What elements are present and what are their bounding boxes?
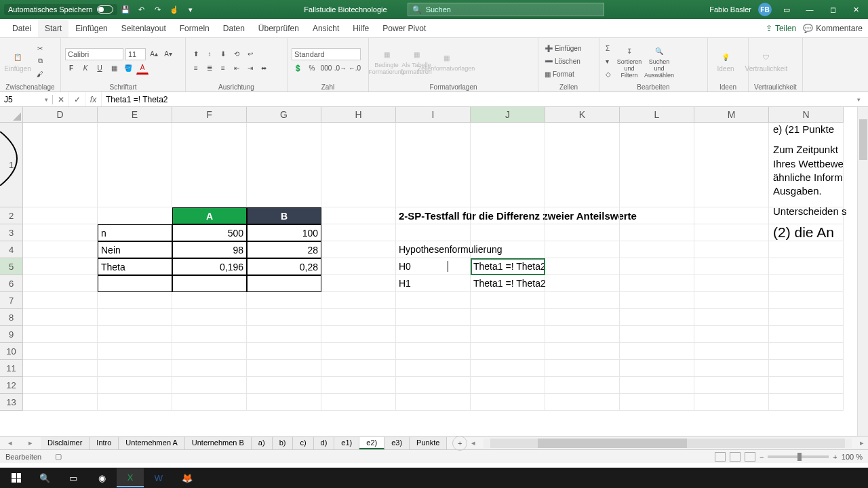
- cell[interactable]: [98, 123, 172, 207]
- function-icon[interactable]: fx: [85, 92, 102, 106]
- cell[interactable]: [620, 275, 694, 292]
- fill-button[interactable]: ▾: [604, 55, 613, 67]
- zoom-in-icon[interactable]: +: [833, 453, 837, 461]
- cell[interactable]: [620, 377, 694, 394]
- tab-ueberpruefen[interactable]: Überprüfen: [252, 20, 306, 37]
- cell[interactable]: [620, 309, 694, 326]
- column-header-G[interactable]: G: [247, 107, 321, 123]
- scrollbar-thumb[interactable]: [859, 119, 867, 160]
- sheet-tab[interactable]: Disclaimer: [41, 437, 90, 449]
- cell[interactable]: [247, 326, 321, 343]
- cell[interactable]: 2-SP-Testfall für die Differenz zweier A…: [396, 207, 471, 224]
- cell[interactable]: [321, 123, 396, 207]
- decrease-decimal-icon[interactable]: ←.0: [349, 62, 361, 75]
- normal-view-icon[interactable]: [715, 452, 726, 462]
- tab-daten[interactable]: Daten: [216, 20, 252, 37]
- cell[interactable]: [247, 377, 321, 394]
- page-break-view-icon[interactable]: [745, 452, 755, 462]
- decrease-font-icon[interactable]: A▾: [162, 48, 174, 60]
- cell-styles-button[interactable]: ▦Zellenformatvorlagen: [433, 42, 460, 80]
- cell[interactable]: [172, 343, 247, 360]
- cell[interactable]: [620, 207, 694, 224]
- cell[interactable]: [172, 360, 247, 377]
- cells-delete-button[interactable]: ➖Löschen: [542, 55, 583, 67]
- cell[interactable]: [321, 224, 396, 241]
- indent-increase-icon[interactable]: ⇥: [244, 62, 256, 75]
- cell[interactable]: [471, 123, 545, 207]
- hscroll-left-icon[interactable]: ◂: [471, 439, 475, 447]
- align-top-icon[interactable]: ⬆: [190, 48, 202, 60]
- column-header-H[interactable]: H: [321, 107, 396, 123]
- cell[interactable]: [471, 309, 545, 326]
- row-header-6[interactable]: 6: [0, 275, 23, 292]
- row-header-8[interactable]: 8: [0, 309, 23, 326]
- cell[interactable]: [396, 292, 471, 309]
- cell[interactable]: [247, 309, 321, 326]
- tab-formeln[interactable]: Formeln: [173, 20, 216, 37]
- percent-icon[interactable]: %: [306, 62, 318, 75]
- cell[interactable]: [545, 292, 620, 309]
- cell[interactable]: [471, 241, 545, 258]
- cell[interactable]: [172, 326, 247, 343]
- horizontal-scrollbar[interactable]: [484, 439, 852, 448]
- cell[interactable]: [620, 241, 694, 258]
- sheet-tab[interactable]: Punkte: [410, 437, 447, 449]
- tab-einfuegen[interactable]: Einfügen: [68, 20, 114, 37]
- sheet-tab[interactable]: a): [252, 437, 273, 449]
- scrollbar-thumb[interactable]: [538, 439, 687, 448]
- sheet-tab[interactable]: Intro: [90, 437, 119, 449]
- column-header-N[interactable]: N: [769, 107, 844, 123]
- cell[interactable]: [98, 207, 172, 224]
- cell[interactable]: [769, 377, 844, 394]
- sheet-tab[interactable]: Unternehmen B: [185, 437, 252, 449]
- cell[interactable]: [620, 326, 694, 343]
- cell[interactable]: 0,196: [172, 258, 247, 275]
- cell[interactable]: [545, 275, 620, 292]
- cell[interactable]: [396, 123, 471, 207]
- cell[interactable]: [471, 326, 545, 343]
- cell[interactable]: [98, 343, 172, 360]
- column-header-K[interactable]: K: [545, 107, 620, 123]
- cell[interactable]: [545, 394, 620, 411]
- cell[interactable]: [545, 326, 620, 343]
- sheet-tab[interactable]: Unternehmen A: [119, 437, 184, 449]
- cell[interactable]: [172, 309, 247, 326]
- cell[interactable]: [23, 241, 98, 258]
- cell[interactable]: [23, 343, 98, 360]
- cell[interactable]: [545, 258, 620, 275]
- sort-filter-button[interactable]: ↧Sortieren und Filtern: [616, 42, 643, 80]
- row-header-9[interactable]: 9: [0, 326, 23, 343]
- cell[interactable]: [694, 394, 769, 411]
- zoom-slider[interactable]: [768, 455, 829, 458]
- cell[interactable]: [545, 224, 620, 241]
- spreadsheet-grid[interactable]: DEFGHIJKLMN 12345678910111213 AB2-SP-Tes…: [0, 107, 868, 436]
- wrap-text-icon[interactable]: ↩: [244, 48, 256, 60]
- sheet-tab[interactable]: d): [314, 437, 335, 449]
- format-painter-icon[interactable]: 🖌: [34, 68, 46, 80]
- conditional-format-button[interactable]: ▦Bedingte Formatierung: [373, 42, 400, 80]
- close-icon[interactable]: ✕: [850, 4, 861, 15]
- cell[interactable]: 500: [172, 224, 247, 241]
- hscroll-right-icon[interactable]: ▸: [860, 439, 864, 447]
- find-select-button[interactable]: 🔍Suchen und Auswählen: [646, 42, 673, 80]
- cells-insert-button[interactable]: ➕Einfügen: [542, 42, 583, 54]
- cell[interactable]: [321, 241, 396, 258]
- cell[interactable]: Theta: [98, 258, 172, 275]
- row-header-10[interactable]: 10: [0, 343, 23, 360]
- zoom-level[interactable]: 100 %: [842, 453, 863, 461]
- share-button[interactable]: ⇪Teilen: [766, 24, 796, 33]
- row-header-3[interactable]: 3: [0, 224, 23, 241]
- add-sheet-button[interactable]: +: [452, 436, 467, 451]
- cell[interactable]: n: [98, 224, 172, 241]
- zoom-out-icon[interactable]: −: [760, 453, 764, 461]
- row-header-4[interactable]: 4: [0, 241, 23, 258]
- cell[interactable]: [23, 360, 98, 377]
- ideas-button[interactable]: 💡Ideen: [712, 42, 739, 80]
- cell[interactable]: [396, 224, 471, 241]
- cell[interactable]: [769, 343, 844, 360]
- align-middle-icon[interactable]: ↕: [203, 48, 216, 60]
- cell[interactable]: [545, 207, 620, 224]
- search-button[interactable]: 🔍: [31, 468, 58, 487]
- cell[interactable]: [98, 309, 172, 326]
- undo-icon[interactable]: ↶: [136, 4, 147, 15]
